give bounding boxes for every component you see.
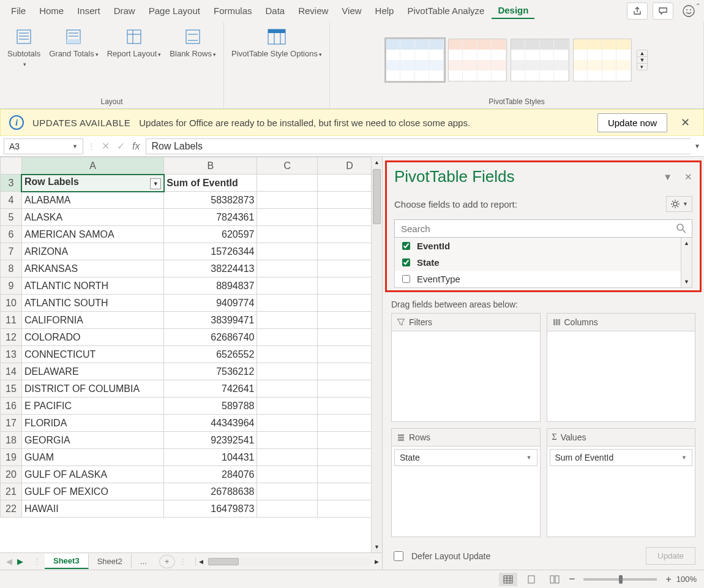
cell[interactable]: ALABAMA — [21, 192, 163, 209]
hscroll-left-icon[interactable]: ◀ — [196, 559, 207, 565]
formula-bar-expand[interactable]: ▼ — [691, 143, 704, 149]
update-now-button[interactable]: Update now — [597, 113, 667, 132]
cell[interactable]: 589788 — [164, 398, 257, 415]
row-header[interactable]: 5 — [1, 209, 22, 226]
cell[interactable] — [257, 175, 318, 192]
grand-totals-button[interactable]: Grand Totals▾ — [47, 24, 100, 61]
cell[interactable] — [257, 415, 318, 432]
row-header[interactable]: 22 — [1, 500, 22, 518]
cell[interactable] — [257, 192, 318, 209]
share-button[interactable] — [627, 2, 648, 20]
field-checkbox[interactable] — [402, 275, 410, 283]
search-input[interactable] — [394, 219, 692, 238]
pane-options-button[interactable]: ▼ — [663, 172, 672, 183]
cell[interactable]: GUAM — [21, 449, 163, 466]
row-header[interactable]: 8 — [1, 260, 22, 277]
row-header[interactable]: 15 — [1, 380, 22, 398]
pane-close-button[interactable]: ✕ — [684, 172, 692, 183]
select-all-corner[interactable] — [1, 157, 22, 175]
cancel-formula-icon[interactable]: ✕ — [102, 140, 110, 152]
row-header[interactable]: 12 — [1, 329, 22, 346]
tools-button[interactable]: ▼ — [666, 196, 692, 212]
cell[interactable]: FLORIDA — [21, 415, 163, 432]
field-item[interactable]: EventType — [395, 271, 692, 287]
values-chip[interactable]: Sum of EventId▼ — [550, 449, 693, 466]
style-gallery-spinner[interactable]: ▲ ▼ ▾ — [637, 50, 648, 70]
cell[interactable] — [257, 432, 318, 449]
area-columns[interactable]: Columns — [547, 313, 696, 422]
area-filters[interactable]: Filters — [391, 313, 541, 422]
scroll-up-icon[interactable]: ▲ — [372, 157, 382, 168]
tab-review[interactable]: Review — [292, 3, 334, 18]
pt-style-options-button[interactable]: PivotTable Style Options▾ — [229, 24, 324, 61]
view-page-layout-button[interactable] — [522, 573, 541, 586]
cell[interactable]: DELAWARE — [21, 363, 163, 380]
field-checkbox[interactable] — [402, 242, 410, 250]
cell[interactable]: 620597 — [164, 226, 257, 243]
cell[interactable] — [257, 260, 318, 277]
area-values[interactable]: ΣValues Sum of EventId▼ — [547, 428, 696, 537]
defer-layout-checkbox[interactable] — [394, 551, 403, 561]
cell[interactable] — [257, 226, 318, 243]
scroll-down-icon[interactable]: ▼ — [372, 541, 382, 552]
tab-home[interactable]: Home — [33, 3, 70, 18]
cell[interactable] — [257, 277, 318, 295]
subtotals-button[interactable]: Subtotals▾ — [5, 24, 43, 70]
col-header-b[interactable]: B — [164, 157, 257, 175]
cell[interactable]: CALIFORNIA — [21, 312, 163, 329]
cell[interactable]: GULF OF MEXICO — [21, 483, 163, 500]
insert-function-icon[interactable]: fx — [132, 141, 140, 152]
sheet-tab-other[interactable]: Sheet2 — [89, 554, 132, 568]
cell[interactable]: Row Labels▼ — [21, 175, 163, 192]
tab-file[interactable]: File — [5, 3, 32, 18]
cell[interactable]: 44343964 — [164, 415, 257, 432]
cell[interactable]: 16479873 — [164, 500, 257, 518]
zoom-in-button[interactable]: + — [665, 574, 671, 585]
tab-insert[interactable]: Insert — [71, 3, 107, 18]
gallery-down-icon[interactable]: ▼ — [637, 57, 647, 64]
field-checkbox[interactable] — [402, 258, 410, 266]
tab-page-layout[interactable]: Page Layout — [143, 3, 206, 18]
cell[interactable]: 15726344 — [164, 243, 257, 260]
tab-formulas[interactable]: Formulas — [208, 3, 258, 18]
style-preset-2[interactable] — [448, 39, 507, 81]
cell[interactable] — [257, 398, 318, 415]
tab-pivottable-analyze[interactable]: PivotTable Analyze — [401, 3, 490, 18]
zoom-level[interactable]: 100% — [676, 575, 697, 584]
style-preset-4[interactable] — [573, 39, 632, 81]
rows-chip[interactable]: State▼ — [394, 449, 537, 466]
cell[interactable]: DISTRICT OF COLUMBIA — [21, 380, 163, 398]
cell[interactable] — [257, 346, 318, 363]
cell[interactable]: Sum of EventId — [164, 175, 257, 192]
tab-help[interactable]: Help — [369, 3, 400, 18]
field-scroll-up-icon[interactable]: ▲ — [681, 238, 692, 249]
cell[interactable]: 742641 — [164, 380, 257, 398]
field-item[interactable]: State — [395, 254, 692, 271]
cell[interactable]: CONNECTICUT — [21, 346, 163, 363]
cell[interactable]: ATLANTIC NORTH — [21, 277, 163, 295]
cell[interactable]: 38399471 — [164, 312, 257, 329]
row-header[interactable]: 17 — [1, 415, 22, 432]
cell[interactable] — [257, 483, 318, 500]
cell[interactable]: 58382873 — [164, 192, 257, 209]
tab-data[interactable]: Data — [259, 3, 291, 18]
cell[interactable]: 26788638 — [164, 483, 257, 500]
row-header[interactable]: 6 — [1, 226, 22, 243]
new-sheet-button[interactable]: + — [159, 555, 175, 568]
cell[interactable]: 92392541 — [164, 432, 257, 449]
col-header-c[interactable]: C — [257, 157, 318, 175]
cell[interactable]: 8894837 — [164, 277, 257, 295]
name-box[interactable]: A3 ▼ — [4, 138, 83, 154]
ribbon-collapse-button[interactable]: ⌃ — [695, 2, 700, 9]
row-header[interactable]: 10 — [1, 295, 22, 312]
style-preset-1[interactable] — [386, 39, 444, 81]
tab-view[interactable]: View — [335, 3, 367, 18]
row-header[interactable]: 7 — [1, 243, 22, 260]
cell[interactable] — [257, 449, 318, 466]
cell[interactable]: ARIZONA — [21, 243, 163, 260]
gallery-up-icon[interactable]: ▲ — [637, 50, 647, 57]
comments-button[interactable] — [653, 2, 673, 20]
row-header[interactable]: 16 — [1, 398, 22, 415]
cell[interactable]: E PACIFIC — [21, 398, 163, 415]
sheet-nav-next-icon[interactable]: ▶ — [17, 557, 23, 566]
